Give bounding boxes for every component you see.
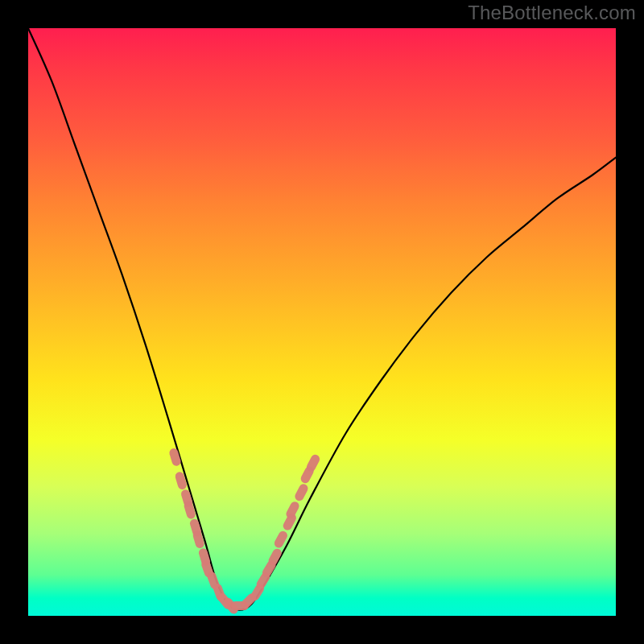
- svg-rect-20: [285, 500, 301, 520]
- svg-rect-21: [293, 482, 309, 502]
- marker-group: [168, 448, 321, 616]
- marker: [285, 500, 301, 520]
- bottleneck-curve: [28, 28, 616, 610]
- chart-frame: TheBottleneck.com: [0, 0, 644, 644]
- watermark-text: TheBottleneck.com: [468, 2, 636, 24]
- plot-area: [28, 28, 616, 616]
- marker: [293, 482, 309, 502]
- chart-svg: [28, 28, 616, 616]
